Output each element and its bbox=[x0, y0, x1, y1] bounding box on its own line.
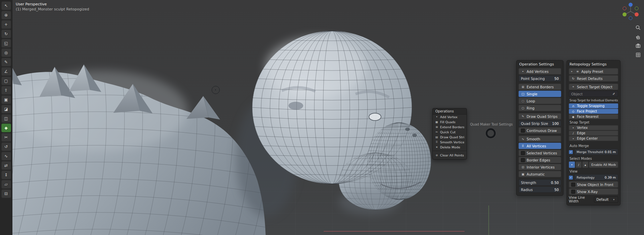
menu-item-clear-all-points[interactable]: ⊘ Clear All Points bbox=[433, 151, 467, 158]
show-in-front-checkbox[interactable]: Show Object In Front bbox=[569, 181, 618, 188]
pan-button[interactable] bbox=[635, 33, 641, 40]
enable-all-modes-button[interactable]: Enable All Modes bbox=[589, 161, 618, 168]
point-spacing-slider[interactable]: Point Spacing 50 bbox=[519, 75, 561, 82]
tool-shrink-fatten[interactable]: ↕ bbox=[1, 171, 11, 179]
ortho-grid-icon bbox=[635, 52, 641, 58]
snap-edge-button[interactable]: ∕ Edge bbox=[569, 131, 618, 136]
tool-poly-build[interactable]: ◆ bbox=[1, 124, 11, 132]
snap-vertex-button[interactable]: • Vertex bbox=[569, 125, 618, 130]
menu-item-quick-cut[interactable]: ✂ Quick Cut bbox=[433, 130, 467, 135]
extend-borders-button[interactable]: ⊞ Extend Borders bbox=[519, 84, 561, 90]
zoom-button[interactable] bbox=[635, 24, 641, 31]
vertex-mode-toggle[interactable]: • bbox=[569, 161, 575, 168]
border-edges-checkbox[interactable]: Border Edges bbox=[519, 157, 561, 163]
loop-button[interactable]: ◌ Loop bbox=[519, 98, 561, 104]
single-button[interactable]: □ Single bbox=[519, 91, 561, 97]
checkbox-icon bbox=[521, 129, 525, 133]
tool-inset[interactable]: ▣ bbox=[1, 95, 11, 104]
menu-item-icon: ⊞ bbox=[435, 126, 438, 129]
merge-threshold-slider[interactable]: Merge Threshold 0.01 m bbox=[574, 149, 618, 155]
reset-defaults-button[interactable]: ↻ Reset Defaults bbox=[569, 75, 618, 82]
tool-icon: + bbox=[4, 22, 8, 27]
chevron-right-icon: ▸ bbox=[571, 70, 574, 73]
orthographic-toggle-button[interactable] bbox=[635, 51, 641, 58]
camera-view-button[interactable] bbox=[635, 42, 641, 49]
target-object-dropdown[interactable]: Object ✐ bbox=[569, 91, 618, 97]
retopology-offset-slider[interactable]: Retopology 0.39 m bbox=[574, 174, 618, 181]
preset-icon: ≡ bbox=[576, 70, 580, 73]
tool-transform[interactable]: ◎ bbox=[1, 48, 11, 57]
dot-icon: • bbox=[521, 70, 525, 73]
reset-icon: ↻ bbox=[571, 77, 575, 80]
interior-vertices-button[interactable]: ⊡ Interior Vertices bbox=[519, 164, 561, 170]
tool-add-cube[interactable]: ▢ bbox=[1, 77, 11, 85]
retopology-settings-title[interactable]: Retopology Settings bbox=[567, 60, 620, 68]
tool-select-box[interactable]: ↖ bbox=[1, 1, 11, 10]
tool-spin[interactable]: ↺ bbox=[1, 142, 11, 151]
apply-preset-button[interactable]: ▸ ≡ Apply Preset bbox=[569, 68, 618, 75]
checkbox-icon bbox=[521, 158, 525, 162]
retopology-checkbox[interactable]: ✓ bbox=[569, 176, 573, 180]
operation-settings-title[interactable]: Operation Settings bbox=[517, 60, 563, 68]
axis-y-negative[interactable] bbox=[635, 7, 638, 10]
axis-x-positive[interactable] bbox=[635, 12, 639, 16]
radius-slider[interactable]: Radius 50 bbox=[519, 186, 561, 193]
face-nearest-button[interactable]: ◆ Face Nearest bbox=[569, 114, 618, 119]
show-xray-checkbox[interactable]: Show X-Ray bbox=[569, 188, 618, 195]
face-mode-toggle[interactable]: ▴ bbox=[582, 161, 588, 168]
all-vertices-button[interactable]: ⠿ All Vertices bbox=[519, 143, 561, 149]
tool-rip[interactable]: ⊟ bbox=[1, 189, 11, 198]
add-vertices-button[interactable]: • Add Vertices bbox=[519, 68, 561, 75]
automatic-icon: ▣ bbox=[521, 173, 525, 176]
quad-strip-size-slider[interactable]: Quad Strip Size 100 bbox=[519, 120, 561, 127]
tool-loop-cut[interactable]: ◫ bbox=[1, 114, 11, 123]
view-line-width-row: View Line Width Default ▾ bbox=[569, 196, 618, 203]
tool-bevel[interactable]: ◪ bbox=[1, 105, 11, 113]
tool-icon: ↕ bbox=[4, 173, 8, 177]
snap-edge-center-button[interactable]: ∙ Edge Center bbox=[569, 136, 618, 141]
view-line-width-dropdown[interactable]: Default ▾ bbox=[594, 196, 618, 203]
tool-icon: ⇄ bbox=[4, 163, 8, 168]
navigation-gizmo[interactable] bbox=[620, 1, 641, 22]
ring-button[interactable]: ○ Ring bbox=[519, 105, 561, 111]
tool-smooth[interactable]: ∿ bbox=[1, 152, 11, 160]
draw-quad-strips-button[interactable]: ✎ Draw Quad Strips bbox=[519, 113, 561, 120]
pan-hand-icon bbox=[635, 34, 641, 40]
axis-z-positive[interactable] bbox=[629, 3, 633, 7]
tool-cursor[interactable]: ⊕ bbox=[1, 11, 11, 19]
eyedropper-icon: ✐ bbox=[612, 92, 616, 96]
tool-knife[interactable]: ✂ bbox=[1, 133, 11, 142]
tool-shear[interactable]: ▱ bbox=[1, 180, 11, 189]
axis-z-negative[interactable] bbox=[629, 16, 632, 20]
tool-icon: ◎ bbox=[4, 50, 8, 55]
tool-move[interactable]: + bbox=[1, 20, 11, 29]
tool-extrude[interactable]: ⇧ bbox=[1, 86, 11, 95]
merge-checkbox[interactable]: ✓ bbox=[569, 150, 573, 154]
tool-scale[interactable]: ◱ bbox=[1, 39, 11, 48]
smooth-button[interactable]: ∿ Smooth bbox=[519, 136, 561, 142]
tool-edge-slide[interactable]: ⇄ bbox=[1, 161, 11, 170]
face-project-button[interactable]: ◇ Face Project bbox=[569, 109, 618, 114]
menu-item-draw-quad-strip[interactable]: ▤ Draw Quad Strip bbox=[433, 135, 467, 140]
menu-item-fill-quads[interactable]: ▦ Fill Quads bbox=[433, 120, 467, 125]
edge-mode-toggle[interactable]: ∕ bbox=[576, 161, 582, 168]
select-target-object-button[interactable]: ⌖ Select Target Object bbox=[569, 84, 618, 90]
smooth-icon: ∿ bbox=[521, 137, 525, 141]
axis-x-negative[interactable] bbox=[623, 7, 626, 10]
menu-item-smooth-vertices[interactable]: ⠿ Smooth Vertices bbox=[433, 140, 467, 145]
axis-y-positive[interactable] bbox=[623, 12, 627, 16]
toggle-snapping-button[interactable]: ∩ Toggle Snapping bbox=[569, 103, 618, 108]
selected-vertices-checkbox[interactable]: Selected Vertices bbox=[519, 150, 561, 156]
edge-center-icon: ∙ bbox=[571, 137, 575, 140]
automatic-button[interactable]: ▣ Automatic bbox=[519, 171, 561, 177]
strength-slider[interactable]: Strength 0.50 bbox=[519, 179, 561, 186]
menu-item-add-vertex[interactable]: • Add Vertex bbox=[433, 114, 467, 120]
tool-gizmo-ring[interactable] bbox=[486, 128, 496, 138]
menu-item-extend-borders[interactable]: ⊞ Extend Borders bbox=[433, 125, 467, 130]
menu-item-delete-mode[interactable]: ✕ Delete Mode bbox=[433, 145, 467, 150]
continuous-draw-checkbox[interactable]: Continuous Draw bbox=[519, 127, 561, 134]
tool-measure[interactable]: ∠ bbox=[1, 67, 11, 76]
tool-annotate[interactable]: ✎ bbox=[1, 58, 11, 66]
tool-rotate[interactable]: ↻ bbox=[1, 30, 11, 38]
operation-settings-panel: Operation Settings • Add Vertices Point … bbox=[516, 60, 564, 196]
